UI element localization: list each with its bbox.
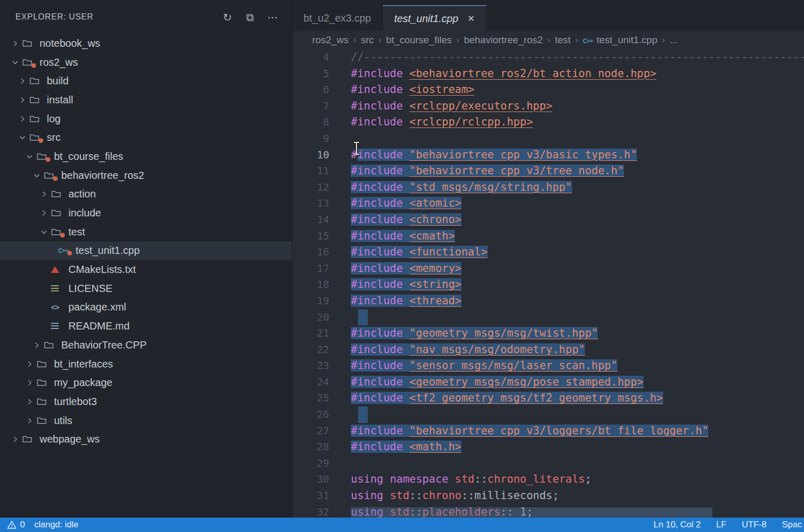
code-line-26[interactable]: 26 (292, 407, 804, 423)
open-editors-icon[interactable]: ⧉ (244, 12, 257, 23)
tree-item-notebook-ws[interactable]: notebook_ws (0, 34, 292, 53)
tree-item-bt-course-files[interactable]: bt_course_files (0, 147, 292, 166)
chevron-right-icon[interactable] (23, 417, 37, 425)
chevron-down-icon[interactable] (23, 153, 37, 160)
code-line-10[interactable]: 10#include "behaviortree_cpp_v3/basic_ty… (292, 147, 804, 163)
chevron-down-icon[interactable] (30, 172, 44, 179)
line-text: #include "std_msgs/msg/string.hpp" (329, 179, 572, 196)
chevron-right-icon[interactable] (23, 398, 37, 406)
code-line-9[interactable]: 9 (292, 131, 804, 147)
code-line-15[interactable]: 15#include <cmath> (292, 228, 804, 245)
more-actions-icon[interactable]: ⋯ (266, 12, 279, 23)
tree-item-package-xml[interactable]: <>package.xml (0, 298, 292, 317)
tab-bt-u2-ex3-cpp[interactable]: bt_u2_ex3.cpp (292, 5, 383, 31)
tree-item-cmakelists-txt[interactable]: CMakeLists.txt (0, 260, 292, 279)
breadcrumb-item-behaviortree-ros2[interactable]: behaviortree_ros2 (464, 34, 543, 46)
line-text: #include "behaviortree_cpp_v3/loggers/bt… (329, 423, 708, 439)
breadcrumb-item-src[interactable]: src (361, 34, 373, 46)
tree-item-behaviortree-cpp[interactable]: BehaviorTree.CPP (0, 336, 292, 355)
horizontal-scrollbar[interactable] (351, 507, 712, 518)
breadcrumb-item-test[interactable]: test (555, 34, 571, 46)
tree-item-log[interactable]: log (0, 109, 292, 129)
tree-item-license[interactable]: LICENSE (0, 279, 292, 298)
code-line-20[interactable]: 20 (292, 309, 804, 326)
refresh-icon[interactable]: ↻ (221, 12, 234, 23)
breadcrumb-item-test-unit1-cpp[interactable]: C++test_unit1.cpp (583, 34, 657, 46)
problems-indicator[interactable]: 0 (7, 520, 25, 530)
code-line-11[interactable]: 11#include "behaviortree_cpp_v3/tree_nod… (292, 163, 804, 179)
indentation-indicator[interactable]: Spac (782, 520, 802, 530)
tree-item-readme-md[interactable]: README.md (0, 317, 292, 336)
chevron-right-icon[interactable] (37, 190, 51, 198)
tree-item-label: notebook_ws (40, 38, 100, 49)
chevron-right-icon[interactable] (15, 96, 29, 104)
tree-item-ros2-ws[interactable]: ros2_ws (0, 53, 292, 72)
code-line-27[interactable]: 27#include "behaviortree_cpp_v3/loggers/… (292, 423, 804, 439)
chevron-right-icon[interactable] (30, 341, 44, 349)
code-line-31[interactable]: 31using std::chrono::milliseconds; (292, 488, 804, 504)
code-line-6[interactable]: 6#include <iostream> (292, 82, 804, 98)
code-line-4[interactable]: 4//-------------------------------------… (292, 49, 804, 66)
tree-item-test-unit1-cpp[interactable]: C++test_unit1.cpp (0, 242, 292, 261)
code-line-22[interactable]: 22#include "nav_msgs/msg/odometry.hpp" (292, 342, 804, 358)
code-line-23[interactable]: 23#include "sensor_msgs/msg/laser_scan.h… (292, 358, 804, 374)
code-line-18[interactable]: 18#include <string> (292, 277, 804, 293)
breadcrumb-item--[interactable]: ... (670, 34, 678, 46)
breadcrumb-item-bt-course-files[interactable]: bt_course_files (386, 34, 452, 46)
code-line-19[interactable]: 19#include <thread> (292, 293, 804, 309)
tree-item-my-package[interactable]: my_package (0, 373, 292, 392)
code-line-28[interactable]: 28#include <math.h> (292, 439, 804, 455)
tree-item-webpage-ws[interactable]: webpage_ws (0, 430, 292, 449)
code-line-12[interactable]: 12#include "std_msgs/msg/string.hpp" (292, 179, 804, 196)
chevron-right-icon[interactable] (23, 360, 37, 368)
close-icon[interactable]: ✕ (468, 13, 475, 24)
chevron-down-icon[interactable] (37, 228, 51, 236)
tree-item-utils[interactable]: utils (0, 411, 292, 430)
code-line-29[interactable]: 29 (292, 455, 804, 472)
code-line-7[interactable]: 7#include <rclcpp/executors.hpp> (292, 98, 804, 115)
tree-item-include[interactable]: include (0, 204, 292, 223)
code-area[interactable]: 4//-------------------------------------… (292, 49, 804, 518)
line-text: #include <rclcpp/executors.hpp> (329, 98, 552, 115)
tree-item-label: test (68, 226, 85, 238)
code-line-8[interactable]: 8#include <rclcpp/rclcpp.hpp> (292, 114, 804, 131)
code-line-14[interactable]: 14#include <chrono> (292, 212, 804, 228)
chevron-right-icon[interactable] (23, 379, 37, 387)
tree-item-build[interactable]: build (0, 71, 292, 90)
tree-item-action[interactable]: action (0, 185, 292, 204)
line-text: #include <memory> (329, 261, 461, 277)
code-line-30[interactable]: 30using namespace std::chrono_literals; (292, 471, 804, 488)
code-line-17[interactable]: 17#include <memory> (292, 261, 804, 277)
encoding-indicator[interactable]: UTF-8 (742, 520, 766, 530)
tree-item-label: behaviortree_ros2 (61, 170, 144, 181)
tree-item-label: include (68, 207, 101, 219)
cursor-position[interactable]: Ln 10, Col 2 (654, 520, 701, 530)
chevron-right-icon[interactable] (37, 209, 51, 217)
folder-icon (29, 133, 46, 142)
line-number: 20 (292, 309, 329, 326)
chevron-right-icon[interactable] (8, 40, 22, 47)
warning-icon (7, 521, 16, 529)
code-line-13[interactable]: 13#include <atomic> (292, 195, 804, 212)
language-server-status[interactable]: clangd: idle (34, 520, 78, 530)
code-line-16[interactable]: 16#include <functional> (292, 244, 804, 261)
breadcrumb-item-ros2-ws[interactable]: ros2_ws (312, 34, 349, 46)
tree-item-bt-interfaces[interactable]: bt_interfaces (0, 355, 292, 374)
chevron-right-icon[interactable] (15, 115, 29, 123)
code-line-21[interactable]: 21#include "geometry_msgs/msg/twist.hpp" (292, 325, 804, 342)
problems-count: 0 (20, 520, 25, 530)
chevron-down-icon[interactable] (15, 134, 29, 141)
tree-item-src[interactable]: src (0, 128, 292, 147)
eol-indicator[interactable]: LF (716, 520, 726, 530)
tree-item-install[interactable]: install (0, 90, 292, 109)
code-line-5[interactable]: 5#include <behaviortree_ros2/bt_action_n… (292, 66, 804, 82)
chevron-right-icon[interactable] (8, 435, 22, 443)
tree-item-behaviortree-ros2[interactable]: behaviortree_ros2 (0, 166, 292, 185)
tree-item-turtlebot3[interactable]: turtlebot3 (0, 392, 292, 411)
code-line-24[interactable]: 24#include <geometry_msgs/msg/pose_stamp… (292, 374, 804, 391)
chevron-down-icon[interactable] (8, 59, 22, 66)
code-line-25[interactable]: 25#include <tf2_geometry_msgs/tf2_geomet… (292, 390, 804, 407)
tree-item-test[interactable]: test (0, 223, 292, 242)
tab-test-unit1-cpp[interactable]: test_unit1.cpp ✕ (383, 5, 487, 31)
chevron-right-icon[interactable] (15, 77, 29, 85)
